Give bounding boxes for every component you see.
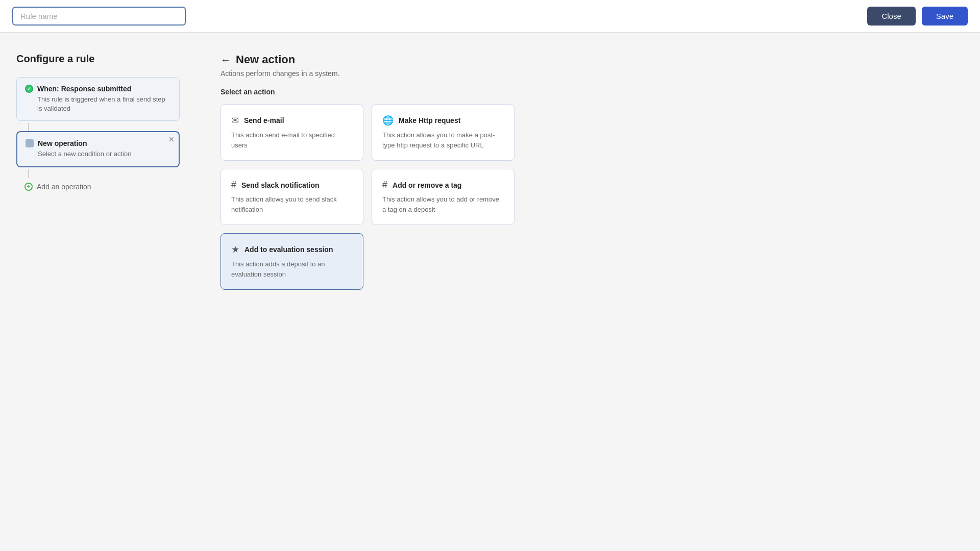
- workflow-item-trigger: When: Response submitted This rule is tr…: [16, 77, 180, 121]
- send-email-title: Send e-mail: [244, 116, 284, 124]
- make-http-icon: 🌐: [382, 115, 394, 126]
- evaluation-header: ★ Add to evaluation session: [231, 244, 353, 255]
- main-content: Configure a rule When: Response submitte…: [0, 33, 980, 310]
- action-card-tag[interactable]: # Add or remove a tag This action allows…: [372, 169, 514, 225]
- action-card-evaluation[interactable]: ★ Add to evaluation session This action …: [220, 233, 363, 290]
- panel-title: New action: [236, 53, 295, 66]
- tag-icon: #: [382, 180, 387, 190]
- save-button[interactable]: Save: [922, 7, 968, 26]
- trigger-description: This rule is triggered when a final send…: [37, 95, 171, 113]
- panel-subtitle: Actions perform changes in a system.: [220, 69, 964, 78]
- sidebar: Configure a rule When: Response submitte…: [16, 53, 180, 290]
- action-card-send-email[interactable]: ✉ Send e-mail This action send e-mail to…: [220, 104, 363, 161]
- connector-line: [28, 123, 29, 131]
- sidebar-title: Configure a rule: [16, 53, 180, 65]
- tag-header: # Add or remove a tag: [382, 180, 504, 190]
- trigger-label: When: Response submitted: [37, 85, 131, 93]
- operation-label: New operation: [38, 139, 87, 147]
- tag-description: This action allows you to add or remove …: [382, 194, 504, 214]
- connector-line-2: [28, 169, 29, 178]
- operation-card[interactable]: New operation Select a new condition or …: [16, 131, 180, 167]
- slack-title: Send slack notification: [241, 181, 319, 189]
- operation-description: Select a new condition or action: [38, 149, 170, 159]
- make-http-header: 🌐 Make Http request: [382, 115, 504, 126]
- tag-title: Add or remove a tag: [393, 181, 461, 189]
- make-http-title: Make Http request: [399, 116, 460, 124]
- add-operation-button[interactable]: Add an operation: [16, 178, 180, 196]
- evaluation-icon: ★: [231, 244, 239, 255]
- add-operation-label: Add an operation: [37, 183, 91, 191]
- panel-header: ← New action: [220, 53, 964, 66]
- slack-icon: #: [231, 180, 236, 190]
- trigger-header: When: Response submitted: [25, 85, 171, 93]
- send-email-header: ✉ Send e-mail: [231, 115, 353, 126]
- close-button[interactable]: Close: [867, 7, 915, 26]
- workflow-item-operation: New operation Select a new condition or …: [16, 131, 180, 167]
- back-arrow-icon[interactable]: ←: [220, 54, 231, 66]
- action-card-slack[interactable]: # Send slack notification This action al…: [220, 169, 363, 225]
- rule-name-input[interactable]: [12, 7, 186, 26]
- actions-grid: ✉ Send e-mail This action send e-mail to…: [220, 104, 964, 290]
- evaluation-title: Add to evaluation session: [244, 245, 333, 254]
- send-email-icon: ✉: [231, 115, 239, 126]
- operation-header: New operation: [26, 139, 170, 147]
- slack-header: # Send slack notification: [231, 180, 353, 190]
- top-bar: Close Save: [0, 0, 980, 33]
- top-bar-actions: Close Save: [867, 7, 968, 26]
- select-action-label: Select an action: [220, 88, 964, 96]
- operation-close-button[interactable]: ✕: [168, 135, 175, 143]
- trigger-status-icon: [25, 85, 33, 93]
- action-card-make-http[interactable]: 🌐 Make Http request This action allows y…: [372, 104, 514, 161]
- add-operation-icon: [24, 183, 33, 191]
- action-panel: ← New action Actions perform changes in …: [220, 53, 964, 290]
- trigger-card[interactable]: When: Response submitted This rule is tr…: [16, 77, 180, 121]
- slack-description: This action allows you to send slack not…: [231, 194, 353, 214]
- operation-status-icon: [26, 139, 34, 147]
- make-http-description: This action allows you to make a post-ty…: [382, 130, 504, 150]
- send-email-description: This action send e-mail to specified use…: [231, 130, 353, 150]
- evaluation-description: This action adds a deposit to an evaluat…: [231, 259, 353, 279]
